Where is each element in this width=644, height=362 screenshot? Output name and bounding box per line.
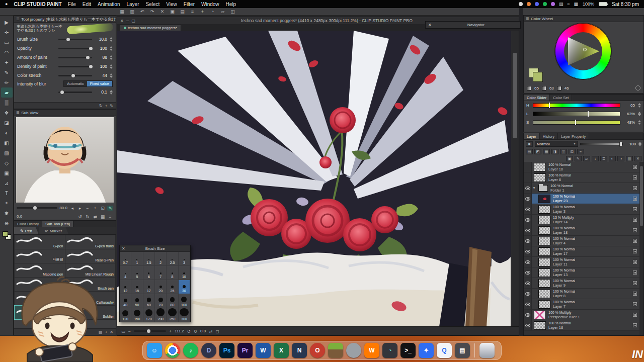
selection-tool[interactable]: ▭ [1,37,13,47]
slider-handle[interactable] [575,120,576,125]
dock-notes-app[interactable]: ▤ [455,343,470,358]
dock-qq[interactable]: Q [437,343,452,358]
stepper-icon[interactable] [638,142,641,146]
menu-window[interactable]: Window [201,2,219,7]
layer-thumbnail[interactable] [538,300,550,309]
dock-opera[interactable]: O [310,343,325,358]
fill-tool[interactable]: ◧ [1,138,13,148]
prop-slider[interactable] [58,57,92,58]
brush-size-option[interactable]: 40 [120,294,131,308]
visibility-cell[interactable] [524,172,532,183]
dock-discord[interactable]: D [201,343,216,358]
dock-trash[interactable] [479,343,495,358]
zoom-tool[interactable]: ⊕ [1,218,13,228]
blend-mode-select[interactable]: Normal ▼ [535,141,578,147]
panel-menu-icon[interactable]: ☰ [16,111,19,115]
text-tool[interactable]: T [1,188,13,198]
sub-tool-brush[interactable]: Mapping pen [15,263,65,277]
menu-app-name[interactable]: CLIP STUDIO PAINT [14,2,61,7]
figure-tool[interactable]: ◇ [1,158,13,168]
fit-to-screen-icon[interactable]: ▭ [121,329,125,334]
brush-size-option[interactable]: 15 [131,280,143,294]
layer-thumbnail[interactable] [538,290,550,298]
visibility-cell[interactable] [524,194,532,204]
dock-premiere[interactable]: Pr [237,343,253,358]
dock-terminal[interactable]: >_ [400,343,416,358]
brush-size-option[interactable]: 150 [131,308,143,322]
eye-icon[interactable] [525,313,530,317]
transfer-down-icon[interactable]: ↓ [592,156,599,161]
main-color-swatch[interactable] [533,72,543,82]
lock-alpha-icon[interactable]: ▦ [543,149,550,154]
tab-layer-property[interactable]: Layer Property [558,133,589,139]
menu-animation[interactable]: Animation [98,2,120,7]
status-display-icon[interactable]: ▤ [559,2,564,7]
brush-size-option[interactable]: 4 [120,266,131,280]
eye-icon[interactable] [525,229,530,232]
snap-icon[interactable]: ≡ [189,9,196,14]
brush-size-option[interactable]: 3 [179,252,190,266]
visibility-cell[interactable] [524,299,532,309]
brush-size-option[interactable]: 1.5 [143,252,155,266]
sub-tool-brush[interactable]: Real G-Pen [65,249,116,263]
brush-size-option[interactable]: 10 [179,266,190,280]
sub-view-image[interactable] [16,117,114,203]
brush-size-option[interactable]: 2.5 [167,252,178,266]
divide-frame-icon[interactable]: ▥ [626,156,633,161]
blend-tool[interactable]: ◐ [1,128,13,138]
register-setting-icon[interactable]: + [105,104,108,108]
new-folder-icon[interactable]: ▱ [583,156,590,161]
status-control-center-icon[interactable]: ▦ [574,2,579,7]
tab-history[interactable]: History [540,133,558,139]
menu-select[interactable]: Select [145,2,159,7]
flip-icon[interactable]: ▱ [219,9,226,14]
dock-word[interactable]: W [256,343,271,358]
menu-filter[interactable]: Filter [184,2,195,7]
brush-size-option[interactable]: 7 [155,266,167,280]
layer-row[interactable]: 100 % NormalLayer 10 [524,162,639,172]
brush-size-option[interactable]: 2 [155,252,167,266]
clip-to-layer-icon[interactable]: ◨ [551,149,558,154]
close-window-icon[interactable]: ✕ [120,19,124,23]
save-icon[interactable]: ▥ [129,9,135,14]
reset-tool-icon[interactable]: ↻ [99,104,103,108]
prop-slider[interactable] [58,75,92,76]
layer-thumbnail[interactable] [534,321,546,330]
brush-size-option[interactable]: 1 [131,252,143,266]
layer-row[interactable]: 100 % NormalLayer 9 [524,278,639,289]
visibility-cell[interactable] [524,162,532,172]
eyedropper-tool[interactable]: ⌖ [1,198,13,208]
status-music-icon[interactable] [551,2,555,6]
stepper-icon[interactable] [110,55,113,60]
stepper-icon[interactable] [638,120,641,125]
brush-size-popup-header[interactable]: ✕ Brush Size [120,245,190,252]
visibility-cell[interactable] [524,236,532,246]
rotate-left-icon[interactable]: ↺ [187,329,191,334]
color-mode-icon[interactable] [635,85,640,90]
tab-color-history[interactable]: Color History [14,221,42,227]
brush-size-option[interactable]: 60 [143,294,155,308]
sub-view-zoom-slider[interactable] [17,207,57,209]
layer-row[interactable]: 100 % NormalLayer 13 [524,267,639,278]
layer-thumbnail[interactable] [538,258,550,266]
panel-menu-icon[interactable]: ☰ [526,17,529,21]
pen-tool[interactable]: ✎ [1,67,13,77]
apple-menu-icon[interactable]: ● [5,2,8,7]
sub-tool-brush[interactable]: 다른펜 [15,249,65,263]
wrench-settings-icon[interactable]: ✎ [110,104,113,108]
slider-bar[interactable] [533,120,620,125]
scrollbar-thumb[interactable] [640,166,643,226]
reference-layer-icon[interactable]: ◫ [560,149,567,154]
rotate-left-icon[interactable]: ↺ [77,214,83,219]
zoom-in-icon[interactable]: + [92,206,98,211]
layer-row[interactable]: 100 % MultiplyPerspective ruler 1 [524,310,639,320]
brush-size-option[interactable]: 170 [143,308,155,322]
group-tab-pen[interactable]: ✎Pen [14,227,39,234]
folder-arrow-icon[interactable]: ▾ [532,186,536,190]
eye-icon[interactable] [525,187,530,190]
zoom-out-icon[interactable]: − [85,206,91,211]
blur-slider[interactable] [58,92,92,93]
canvas-tab[interactable]: techno sad moment poggers* [120,25,181,31]
layer-row[interactable]: 100 % NormalLayer 8 [524,289,639,299]
scrollbar-thumb[interactable] [513,53,517,138]
